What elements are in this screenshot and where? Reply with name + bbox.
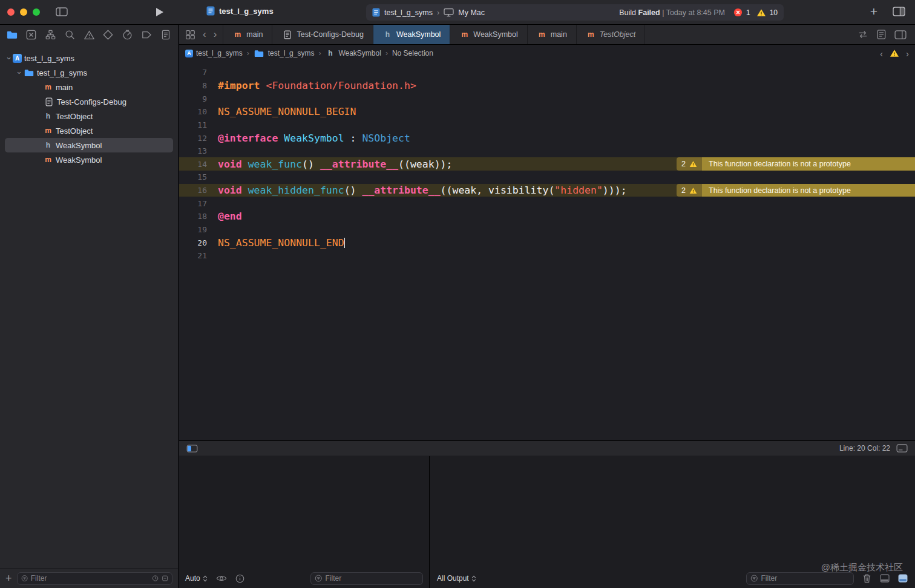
line-number: 21 xyxy=(179,251,207,260)
breakpoint-navigator-icon[interactable] xyxy=(140,30,152,39)
console-filter-field[interactable] xyxy=(746,572,854,585)
add-file-button[interactable]: + xyxy=(5,573,12,584)
editor-tab-weaksymbol[interactable]: hWeakSymbol xyxy=(373,25,450,44)
test-navigator-icon[interactable] xyxy=(102,30,114,40)
debug-navigator-icon[interactable] xyxy=(122,30,134,40)
tree-item-main[interactable]: mmain xyxy=(5,80,173,94)
breadcrumb-item[interactable]: Atest_l_g_syms xyxy=(185,49,243,57)
variables-filter-input[interactable] xyxy=(326,574,419,583)
source-control-status-icon[interactable] xyxy=(162,574,168,583)
scheme-project-icon[interactable] xyxy=(372,8,380,17)
scheme-selector[interactable]: test_l_g_syms xyxy=(384,8,433,17)
code-line-8[interactable]: 8#import <Foundation/Foundation.h> xyxy=(179,79,915,93)
disclosure-chevron-icon[interactable]: › xyxy=(15,70,24,76)
navigator-filter-input[interactable] xyxy=(31,574,149,583)
editor-tab-test-configs-debug[interactable]: Test-Configs-Debug xyxy=(272,25,373,44)
go-forward-icon[interactable]: › xyxy=(214,28,217,41)
tree-item-testobject[interactable]: hTestObject xyxy=(5,109,173,123)
source-code-text: #import <Foundation/Foundation.h> xyxy=(218,80,416,91)
tree-item-weaksymbol[interactable]: hWeakSymbol xyxy=(5,138,173,152)
tree-item-test-l-g-syms[interactable]: ›Atest_l_g_syms xyxy=(5,51,173,65)
view-memory-eye-icon[interactable] xyxy=(216,575,227,582)
toggle-navigator-icon[interactable] xyxy=(56,7,68,16)
navigator-filter-field[interactable] xyxy=(17,572,172,585)
breadcrumb-item[interactable]: test_l_g_syms xyxy=(254,49,315,57)
minimize-window-button[interactable] xyxy=(20,8,27,16)
code-line-11[interactable]: 11 xyxy=(179,119,915,132)
editor-mode-icon[interactable] xyxy=(896,444,908,452)
inline-warning-annotation[interactable]: 2This function declaration is not a prot… xyxy=(677,184,915,197)
inline-warning-annotation[interactable]: 2This function declaration is not a prot… xyxy=(677,157,915,171)
console-view: @稀土掘金技术社区 All Output xyxy=(430,456,915,588)
add-editor-tab-button[interactable]: + xyxy=(870,5,877,18)
editor-tab-testobject[interactable]: mTestObject xyxy=(577,25,645,44)
code-line-17[interactable]: 17 xyxy=(179,197,915,210)
warning-badge-icon[interactable] xyxy=(756,8,766,17)
project-icon: A xyxy=(13,54,22,63)
code-line-18[interactable]: 18@end xyxy=(179,210,915,223)
symbol-navigator-icon[interactable] xyxy=(45,30,57,40)
toggle-variables-view-icon[interactable] xyxy=(880,574,890,583)
source-control-navigator-icon[interactable] xyxy=(25,30,38,40)
code-line-15[interactable]: 15 xyxy=(179,171,915,184)
close-window-button[interactable] xyxy=(7,8,15,16)
code-review-swap-icon[interactable] xyxy=(858,30,868,39)
source-editor[interactable]: 78#import <Foundation/Foundation.h>910NS… xyxy=(179,62,915,440)
code-line-20[interactable]: 20NS_ASSUME_NONNULL_END xyxy=(179,236,915,249)
toggle-console-view-icon[interactable] xyxy=(898,574,908,583)
text-cursor xyxy=(344,238,346,248)
code-line-14[interactable]: 14void weak_func() __attribute__((weak))… xyxy=(179,157,915,171)
variables-filter-field[interactable] xyxy=(310,572,423,585)
editor-tab-main[interactable]: mmain xyxy=(223,25,272,44)
tree-item-test-configs-debug[interactable]: Test-Configs-Debug xyxy=(5,94,173,109)
build-status-label[interactable]: Build Failed | Today at 8:45 PM xyxy=(619,8,725,17)
code-line-21[interactable]: 21 xyxy=(179,249,915,263)
destination-selector[interactable]: My Mac xyxy=(458,8,485,17)
code-line-7[interactable]: 7 xyxy=(179,66,915,79)
add-editor-split-icon[interactable] xyxy=(893,7,905,16)
find-navigator-icon[interactable] xyxy=(64,30,76,40)
warning-count-badge[interactable]: 2 xyxy=(677,184,702,197)
editor-tab-weaksymbol[interactable]: mWeakSymbol xyxy=(450,25,527,44)
tree-item-weaksymbol[interactable]: mWeakSymbol xyxy=(5,152,173,167)
variables-scope-selector[interactable]: Auto xyxy=(185,574,208,583)
previous-issue-icon[interactable]: ‹ xyxy=(880,48,883,59)
breadcrumb-item[interactable]: hWeakSymbol xyxy=(325,49,381,57)
warning-triangle-icon xyxy=(689,187,697,194)
zoom-window-button[interactable] xyxy=(33,8,40,16)
console-filter-input[interactable] xyxy=(761,574,850,583)
cursor-position-label: Line: 20 Col: 22 xyxy=(839,444,890,452)
jump-bar: Atest_l_g_syms›test_l_g_syms›hWeakSymbol… xyxy=(179,45,915,62)
recent-files-clock-icon[interactable] xyxy=(152,574,159,583)
report-navigator-icon[interactable] xyxy=(160,30,172,40)
info-icon[interactable] xyxy=(235,574,244,583)
warning-count-badge[interactable]: 2 xyxy=(677,157,702,171)
next-issue-icon[interactable]: › xyxy=(906,48,909,59)
disclosure-chevron-icon[interactable]: › xyxy=(5,55,14,62)
window-title-group: test_l_g_syms xyxy=(206,6,274,16)
console-scope-selector[interactable]: All Output xyxy=(437,574,476,583)
adjust-editor-options-icon[interactable] xyxy=(186,445,198,452)
tree-item-testobject[interactable]: mTestObject xyxy=(5,123,173,138)
project-navigator-icon[interactable] xyxy=(6,30,18,39)
code-line-19[interactable]: 19 xyxy=(179,223,915,237)
go-back-icon[interactable]: ‹ xyxy=(203,28,206,41)
breadcrumb-separator: › xyxy=(385,49,388,57)
run-button[interactable] xyxy=(156,8,163,16)
code-line-13[interactable]: 13 xyxy=(179,145,915,158)
code-line-10[interactable]: 10NS_ASSUME_NONNULL_BEGIN xyxy=(179,105,915,119)
clear-console-trash-icon[interactable] xyxy=(862,573,871,583)
tab-overview-grid-icon[interactable] xyxy=(185,30,195,40)
issue-warning-icon[interactable] xyxy=(890,49,899,57)
error-badge-icon[interactable] xyxy=(733,8,743,17)
code-line-9[interactable]: 9 xyxy=(179,92,915,105)
tree-item-label: TestObject xyxy=(56,112,93,121)
code-line-16[interactable]: 16void weak_hidden_func() __attribute__(… xyxy=(179,184,915,197)
code-line-12[interactable]: 12@interface WeakSymbol : NSObject xyxy=(179,131,915,145)
minimap-list-icon[interactable] xyxy=(877,30,886,39)
toggle-inspector-icon[interactable] xyxy=(894,30,907,39)
tree-item-test-l-g-syms[interactable]: ›test_l_g_syms xyxy=(5,65,173,80)
editor-tab-main[interactable]: mmain xyxy=(528,25,577,44)
issue-navigator-icon[interactable] xyxy=(83,30,95,40)
breadcrumb-item[interactable]: No Selection xyxy=(392,49,433,57)
